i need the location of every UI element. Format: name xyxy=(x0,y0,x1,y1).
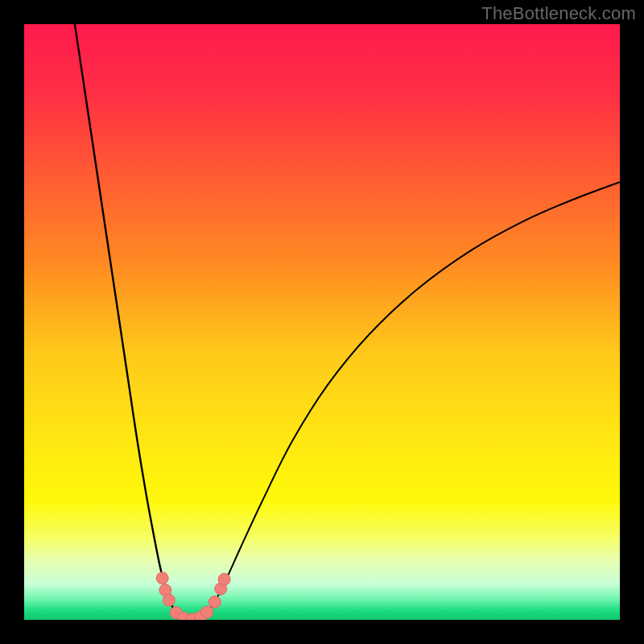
trough-marker xyxy=(201,606,213,618)
bottleneck-chart xyxy=(24,24,620,620)
trough-marker xyxy=(156,572,168,584)
trough-marker xyxy=(208,596,221,608)
trough-marker xyxy=(218,573,230,585)
stage: TheBottleneck.com xyxy=(0,0,644,644)
gradient-background xyxy=(24,24,620,620)
plot-area xyxy=(24,24,620,620)
trough-marker xyxy=(163,594,175,606)
watermark-text: TheBottleneck.com xyxy=(481,3,636,24)
